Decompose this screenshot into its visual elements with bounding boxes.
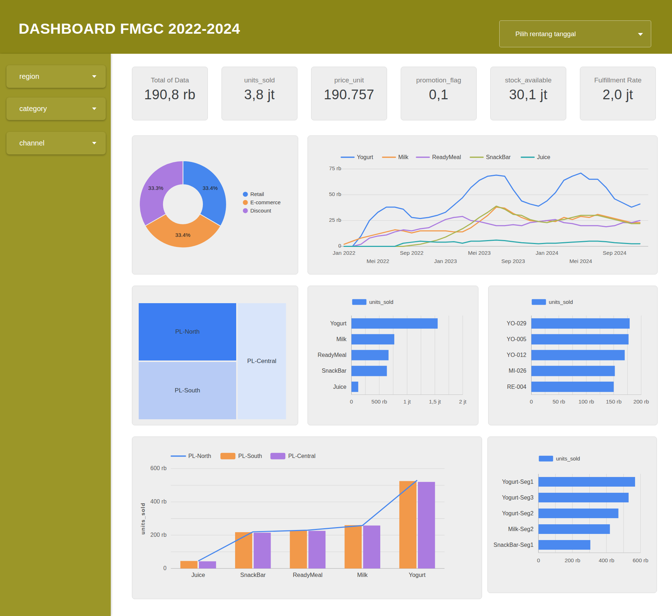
kpi-label: promotion_flag [401, 76, 476, 84]
units-by-region-combo-chart[interactable]: 0200 rb400 rb600 rbunits_soldJuiceSnackB… [132, 437, 482, 599]
bar-Yogurt-Seg1[interactable] [538, 477, 635, 487]
category-label: Juice [333, 384, 347, 390]
line-series-PL-North[interactable] [198, 480, 417, 561]
kpi-value: 190.757 [311, 87, 387, 102]
units-by-segment-bar-card: Yogurt-Seg1Yogurt-Seg3Yogurt-Seg2Milk-Se… [487, 436, 657, 593]
channel-share-donut-chart[interactable]: 33.4%33.4%33.3%RetailE-commerceDiscount [132, 136, 298, 274]
svg-text:PL-North: PL-North [188, 453, 211, 459]
bar-Yogurt-Seg3[interactable] [538, 493, 628, 502]
donut-slice-Discount[interactable] [139, 161, 183, 226]
legend-item-E-commerce[interactable]: E-commerce [243, 199, 281, 205]
bar-PL-South-ReadyMeal[interactable] [290, 530, 307, 568]
svg-text:SnackBar: SnackBar [486, 154, 511, 160]
bar-Milk-Seg2[interactable] [538, 524, 610, 534]
filter-region[interactable]: region [6, 65, 106, 88]
y-tick-label: 400 rb [151, 498, 167, 505]
treemap-block-PL-North[interactable]: PL-North [139, 303, 236, 360]
kpi-value: 0,1 [401, 87, 476, 102]
bar-PL-Central-SnackBar[interactable] [254, 533, 271, 568]
kpi-label: stock_available [491, 76, 566, 84]
x-tick-label: Jan 2023 [434, 258, 457, 264]
legend-item-Retail[interactable]: Retail [243, 191, 264, 197]
bar-PL-Central-Milk[interactable] [363, 526, 380, 569]
category-label: Yogurt-Seg1 [502, 479, 534, 485]
x-tick-label: Sep 2024 [603, 250, 626, 256]
category-label: Yogurt-Seg3 [502, 495, 534, 501]
treemap-block-label: PL-South [175, 387, 200, 394]
filter-category[interactable]: category [6, 97, 106, 120]
kpi-card-units-sold: units_sold 3,8 jt [221, 67, 297, 120]
bar-ReadyMeal[interactable] [352, 350, 389, 360]
category-label: SnackBar [240, 572, 266, 578]
region-treemap-chart[interactable]: PL-NorthPL-SouthPL-Central [132, 286, 298, 425]
kpi-value: 2,0 jt [580, 87, 656, 102]
category-label: ReadyMeal [293, 572, 323, 578]
legend-item-Yogurt[interactable]: Yogurt [341, 154, 373, 160]
bar-SnackBar-Seg1[interactable] [538, 540, 590, 550]
legend-item-ReadyMeal[interactable]: ReadyMeal [416, 154, 461, 160]
bar-Juice[interactable] [352, 382, 358, 392]
bar-Yogurt[interactable] [352, 318, 438, 329]
units-by-sku-bar-card: YO-029YO-005YO-012MI-026RE-004050 rb100 … [488, 286, 658, 425]
bar-legend[interactable]: units_sold [539, 455, 580, 462]
bar-Milk[interactable] [352, 334, 395, 344]
kpi-card-stock-available: stock_available 30,1 jt [490, 67, 566, 120]
bar-YO-012[interactable] [532, 350, 625, 360]
date-range-picker[interactable]: Pilih rentang tanggal [499, 20, 651, 47]
bar-MI-026[interactable] [532, 366, 615, 376]
svg-text:PL-Central: PL-Central [288, 453, 315, 459]
kpi-card-fulfillment-rate: Fulfillment Rate 2,0 jt [580, 67, 656, 120]
legend-item-SnackBar[interactable]: SnackBar [470, 154, 511, 160]
x-tick-label: 500 rb [371, 398, 387, 405]
bar-PL-Central-ReadyMeal[interactable] [308, 531, 325, 568]
kpi-card-price-unit: price_unit 190.757 [311, 67, 387, 120]
units-by-segment-bar-chart[interactable]: Yogurt-Seg1Yogurt-Seg3Yogurt-Seg2Milk-Se… [488, 437, 657, 593]
bar-Yogurt-Seg2[interactable] [538, 508, 618, 518]
chevron-down-icon [92, 75, 96, 78]
dashboard-page: DASHBOARD FMGC 2022-2024 Pilih rentang t… [0, 0, 672, 616]
category-label: Yogurt [409, 572, 426, 578]
y-tick-label: 75 rb [329, 165, 341, 171]
category-monthly-line-chart[interactable]: 025 rb50 rb75 rbJan 2022Sep 2022Mei 2023… [308, 136, 657, 274]
svg-text:PL-South: PL-South [238, 453, 262, 459]
category-label: SnackBar-Seg1 [494, 542, 534, 548]
chevron-down-icon [92, 142, 96, 144]
bar-PL-Central-Juice[interactable] [199, 561, 216, 568]
treemap-block-PL-South[interactable]: PL-South [139, 362, 236, 419]
treemap-block-PL-Central[interactable]: PL-Central [238, 303, 286, 419]
bar-legend[interactable]: units_sold [352, 299, 394, 305]
bar-PL-South-SnackBar[interactable] [235, 532, 252, 568]
donut-slice-Retail[interactable] [183, 161, 226, 226]
x-tick-label: 0 [530, 398, 533, 405]
header: DASHBOARD FMGC 2022-2024 Pilih rentang t… [0, 0, 672, 54]
bar-legend[interactable]: units_sold [532, 299, 573, 305]
region-treemap-card: PL-NorthPL-SouthPL-Central [132, 286, 298, 425]
x-tick-label: 400 rb [599, 557, 614, 563]
bar-RE-004[interactable] [532, 382, 614, 392]
units-by-sku-bar-chart[interactable]: YO-029YO-005YO-012MI-026RE-004050 rb100 … [488, 286, 657, 425]
kpi-value: 3,8 jt [222, 87, 297, 102]
category-label: RE-004 [507, 384, 526, 390]
bar-PL-South-Juice[interactable] [180, 561, 197, 568]
units-by-category-bar-chart[interactable]: YogurtMilkReadyMealSnackBarJuice0500 rb1… [308, 286, 478, 425]
bar-YO-029[interactable] [532, 318, 630, 329]
bar-PL-Central-Yogurt[interactable] [418, 482, 435, 569]
y-axis-title: units_sold [140, 502, 146, 535]
category-label: ReadyMeal [318, 352, 346, 358]
y-tick-label: 0 [338, 243, 341, 249]
x-tick-label: 0 [350, 398, 353, 405]
legend-item-Juice[interactable]: Juice [521, 154, 550, 160]
category-label: Yogurt-Seg2 [502, 510, 534, 516]
y-tick-label: 200 rb [151, 532, 167, 538]
bar-SnackBar[interactable] [352, 366, 387, 376]
legend-item-Milk[interactable]: Milk [382, 154, 408, 160]
bar-PL-South-Milk[interactable] [344, 525, 362, 569]
category-label: Milk [357, 572, 368, 578]
x-tick-label: Mei 2024 [569, 258, 592, 264]
bar-YO-005[interactable] [532, 334, 629, 344]
legend-item-Discount[interactable]: Discount [243, 207, 272, 214]
bar-PL-South-Yogurt[interactable] [399, 481, 416, 568]
filter-channel[interactable]: channel [6, 132, 106, 154]
category-label: YO-005 [507, 336, 526, 342]
line-series-Juice[interactable] [344, 240, 640, 246]
